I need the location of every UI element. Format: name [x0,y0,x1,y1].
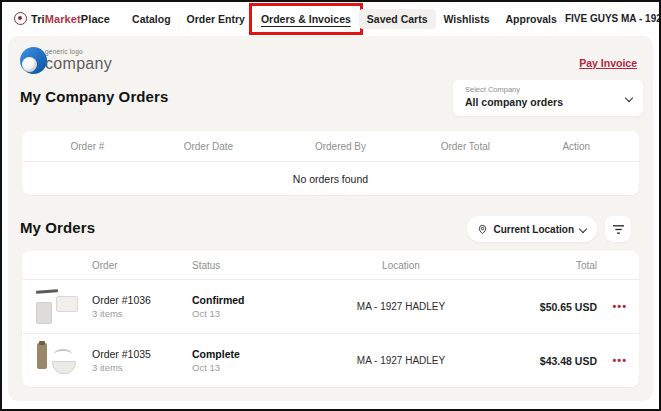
col-status: Status [192,260,310,271]
account-selector[interactable]: FIVE GUYS MA - 1927 … [565,13,661,24]
nav-item-order-entry[interactable]: Order Entry [179,9,253,29]
order-number: Order #1036 [92,294,192,306]
row-actions-menu[interactable]: ••• [597,301,627,312]
generic-logo-icon [20,47,47,74]
col-order-date: Order Date [143,141,274,152]
brand-name: TriMarketPlace [31,13,110,25]
my-orders-header-row: Order Status Location Total [22,251,639,280]
filter-button[interactable] [605,216,631,242]
nav-item-approvals[interactable]: Approvals [498,9,565,29]
my-orders-title: My Orders [20,219,95,236]
empty-state-message: No orders found [22,173,639,185]
company-orders-table: Order # Order Date Ordered By Order Tota… [22,131,639,195]
col-total: Total [492,260,597,271]
order-location: MA - 1927 HADLEY [310,301,492,312]
logo-company-text: company [45,56,112,72]
select-company-dropdown[interactable]: Select Company All company orders [453,80,643,116]
order-items-count: 3 items [92,308,192,319]
pay-invoice-link[interactable]: Pay Invoice [579,57,637,69]
app-window: TriMarketPlace Catalog Order Entry Order… [0,0,661,411]
order-total: $50.65 USD [492,301,597,313]
account-selector-label: FIVE GUYS MA - 1927 … [565,13,661,24]
select-company-label: Select Company [465,85,617,94]
current-location-label: Current Location [493,224,574,235]
order-row-1035[interactable]: Order #1035 3 items Complete Oct 13 MA -… [22,333,639,387]
page-content: generic logo company Pay Invoice My Comp… [8,36,653,401]
nav-links: Catalog Order Entry Orders & Invoices Sa… [124,9,565,29]
nav-item-orders-invoices[interactable]: Orders & Invoices [253,9,359,29]
col-order: Order [92,260,192,271]
current-location-filter[interactable]: Current Location [467,216,597,242]
nav-right: FIVE GUYS MA - 1927 … MT [565,7,661,30]
col-order-total: Order Total [407,141,524,152]
chevron-down-icon [625,94,633,102]
company-orders-title: My Company Orders [20,88,168,105]
nav-item-wishlists[interactable]: Wishlists [436,9,498,29]
order-status: Confirmed [192,294,310,306]
select-company-value: All company orders [465,96,617,108]
order-date: Oct 13 [192,308,310,319]
row-actions-menu[interactable]: ••• [597,355,627,366]
col-action: Action [524,141,629,152]
company-logo: generic logo company [20,47,112,74]
company-orders-header-row: Order # Order Date Ordered By Order Tota… [22,131,639,162]
col-location: Location [310,260,492,271]
top-navigation: TriMarketPlace Catalog Order Entry Order… [2,2,659,35]
nav-item-catalog[interactable]: Catalog [124,9,179,29]
order-row-1036[interactable]: Order #1036 3 items Confirmed Oct 13 MA … [22,280,639,333]
order-date: Oct 13 [192,362,310,373]
order-total: $43.48 USD [492,355,597,367]
order-status: Complete [192,348,310,360]
order-items-count: 3 items [92,362,192,373]
order-number: Order #1035 [92,348,192,360]
chevron-down-icon [579,225,587,233]
filter-icon [612,224,625,235]
brand-logo[interactable]: TriMarketPlace [14,12,110,25]
location-pin-icon [477,224,488,235]
brand-emblem-icon [14,12,27,25]
my-orders-table: Order Status Location Total Order #1036 … [22,251,639,387]
order-thumbnail [34,341,80,381]
col-ordered-by: Ordered By [274,141,407,152]
col-order-number: Order # [32,141,143,152]
nav-item-saved-carts[interactable]: Saved Carts [359,9,436,29]
order-location: MA - 1927 HADLEY [310,355,492,366]
order-thumbnail [34,287,80,327]
